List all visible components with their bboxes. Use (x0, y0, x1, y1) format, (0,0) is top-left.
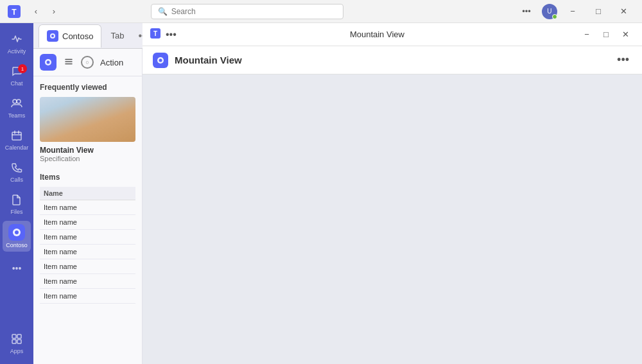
minimize-button[interactable]: − (562, 4, 583, 19)
svg-text:T: T (153, 30, 157, 37)
item-name-cell: Item name (40, 200, 135, 215)
action-label[interactable]: Action (98, 55, 126, 70)
item-name-cell: Item name (40, 259, 135, 274)
thumbnail-img-inner (40, 97, 135, 142)
overlay-close-button[interactable]: ✕ (616, 27, 634, 42)
contoso-toolbar: ○ Action (33, 49, 142, 76)
sidebar-item-teams-label: Teams (8, 112, 26, 119)
overlay-header-title: Mountain View (175, 55, 608, 65)
thumbnail-image (40, 97, 135, 142)
column-name-header: Name (40, 187, 135, 200)
sidebar-item-activity-label: Activity (8, 48, 26, 55)
sidebar-item-teams[interactable]: Teams (3, 92, 31, 123)
table-row[interactable]: Item name (40, 245, 135, 259)
svg-rect-4 (12, 132, 21, 140)
svg-point-6 (15, 230, 19, 234)
svg-point-2 (13, 100, 17, 103)
items-section: Items Name Item nameItem nameItem nameIt… (40, 173, 135, 304)
item-name-cell: Item name (40, 230, 135, 245)
svg-point-12 (51, 35, 54, 37)
overlay-minimize-button[interactable]: − (578, 27, 596, 42)
item-name-cell: Item name (40, 245, 135, 259)
panel-content: ○ Action Frequently viewed Mountain View… (33, 49, 642, 364)
sidebar-item-more[interactable]: ••• (3, 253, 31, 284)
search-bar: 🔍 (151, 4, 343, 19)
search-input[interactable] (171, 7, 336, 16)
overlay-body (143, 74, 642, 364)
items-title: Items (40, 173, 135, 182)
overlay-teams-icon: T (150, 28, 160, 41)
forward-button[interactable]: › (46, 4, 62, 19)
overlay-titlebar: T ••• Mountain View − □ ✕ (143, 23, 642, 46)
items-table: Name Item nameItem nameItem nameItem nam… (40, 187, 135, 304)
table-row[interactable]: Item name (40, 274, 135, 289)
svg-rect-7 (12, 334, 16, 338)
activity-icon (11, 33, 22, 47)
svg-point-18 (159, 58, 162, 62)
overlay-window: T ••• Mountain View − □ ✕ (143, 23, 642, 364)
frequently-viewed-section: Frequently viewed Mountain View Specific… (40, 83, 135, 162)
item-name-cell: Item name (40, 215, 135, 230)
sidebar-item-files-label: Files (10, 209, 22, 215)
back-button[interactable]: ‹ (28, 4, 44, 19)
more-button[interactable]: ••• (516, 4, 537, 19)
sidebar-item-files[interactable]: Files (3, 189, 31, 220)
sidebar-item-calendar[interactable]: Calendar (3, 125, 31, 155)
overlay-maximize-button[interactable]: □ (597, 27, 615, 42)
sidebar-item-contoso[interactable]: Contoso (3, 221, 31, 252)
sidebar-item-calendar-label: Calendar (5, 144, 29, 151)
overlay-title: Mountain View (182, 30, 573, 39)
sidebar-item-apps[interactable]: Apps (3, 328, 31, 359)
table-row[interactable]: Item name (40, 289, 135, 304)
svg-rect-9 (12, 340, 16, 343)
sidebar-item-calls[interactable]: Calls (3, 157, 31, 187)
app-layout: Activity 1 Chat Teams (0, 23, 642, 364)
card-title: Mountain View (40, 146, 135, 155)
overlay-win-buttons: − □ ✕ (578, 27, 634, 42)
circle-status-icon[interactable]: ○ (81, 56, 94, 69)
sidebar-item-chat[interactable]: 1 Chat (3, 60, 31, 91)
contoso-panel: ○ Action Frequently viewed Mountain View… (33, 49, 143, 364)
calendar-icon (11, 130, 22, 143)
svg-text:T: T (12, 8, 17, 17)
nav-buttons: ‹ › (28, 4, 62, 19)
item-name-cell: Item name (40, 274, 135, 289)
contoso-toolbar-icon (40, 54, 56, 71)
sidebar-item-apps-label: Apps (10, 348, 24, 354)
apps-icon (11, 333, 22, 347)
tab-contoso[interactable]: Contoso (39, 24, 101, 48)
more-apps-icon: ••• (12, 264, 22, 273)
overlay-more-button[interactable]: ••• (166, 29, 177, 40)
svg-rect-10 (17, 340, 21, 343)
table-row[interactable]: Item name (40, 259, 135, 274)
maximize-button[interactable]: □ (588, 4, 609, 19)
chat-badge: 1 (18, 64, 27, 73)
teams-icon (11, 98, 22, 111)
search-icon: 🔍 (158, 7, 168, 16)
sidebar-item-activity[interactable]: Activity (3, 28, 31, 59)
overlay-header: Mountain View ••• (143, 46, 642, 74)
main-content: Contoso Tab ••• (33, 23, 642, 364)
svg-point-14 (47, 61, 50, 64)
sidebar-item-calls-label: Calls (10, 177, 23, 183)
sidebar-item-contoso-label: Contoso (6, 242, 28, 248)
close-button[interactable]: ✕ (614, 4, 634, 19)
item-name-cell: Item name (40, 289, 135, 304)
hamburger-menu-button[interactable] (60, 55, 77, 71)
title-bar: T ‹ › 🔍 ••• U − □ ✕ (0, 0, 642, 23)
sidebar: Activity 1 Chat Teams (0, 23, 33, 364)
tab-2[interactable]: Tab (103, 24, 132, 48)
table-row[interactable]: Item name (40, 230, 135, 245)
table-row[interactable]: Item name (40, 215, 135, 230)
overlay-header-icon (153, 53, 168, 68)
mountain-view-card[interactable]: Mountain View Specification (40, 97, 135, 162)
tab-contoso-icon (47, 30, 58, 42)
title-bar-actions: ••• U − □ ✕ (516, 4, 634, 19)
frequently-viewed-title: Frequently viewed (40, 83, 135, 92)
card-subtitle: Specification (40, 155, 135, 162)
contoso-body: Frequently viewed Mountain View Specific… (33, 76, 142, 364)
table-row[interactable]: Item name (40, 200, 135, 215)
teams-logo: T (8, 5, 21, 18)
overlay-header-more-button[interactable]: ••• (614, 51, 632, 69)
tab-contoso-label: Contoso (62, 31, 93, 41)
